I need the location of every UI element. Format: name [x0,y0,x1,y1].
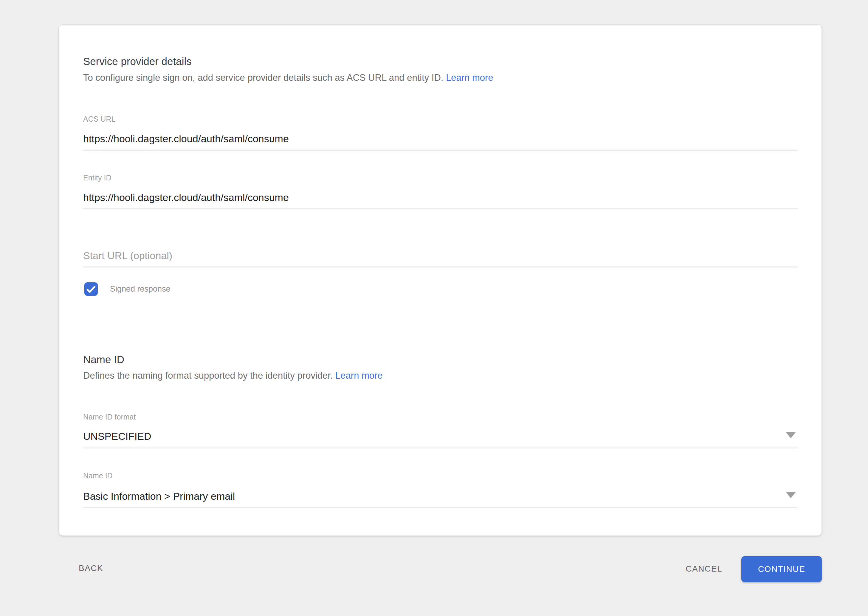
name-id-format-value: UNSPECIFIED [83,431,151,442]
signed-response-row: Signed response [84,282,171,296]
service-provider-description-text: To configure single sign on, add service… [83,72,444,83]
name-id-section-description: Defines the naming format supported by t… [83,369,383,382]
acs-url-label: ACS URL [83,115,115,123]
signed-response-checkbox[interactable] [84,282,98,296]
name-id-description-text: Defines the naming format supported by t… [83,370,333,381]
acs-url-input[interactable] [83,132,797,151]
back-button[interactable]: BACK [79,563,103,574]
service-provider-details-title: Service provider details [83,55,191,68]
chevron-down-icon [786,492,796,498]
name-id-value: Basic Information > Primary email [83,490,235,502]
page-background: Service provider details To configure si… [0,0,868,616]
name-id-format-select[interactable]: UNSPECIFIED [83,430,797,448]
name-id-label: Name ID [83,471,113,480]
entity-id-label: Entity ID [83,173,111,182]
signed-response-label: Signed response [110,284,171,294]
name-id-learn-more-link[interactable]: Learn more [335,370,383,381]
entity-id-input[interactable] [83,191,797,209]
chevron-down-icon [786,432,796,438]
cancel-button[interactable]: CANCEL [686,564,722,574]
name-id-format-label: Name ID format [83,412,136,421]
name-id-select[interactable]: Basic Information > Primary email [83,490,797,508]
checkmark-icon [86,285,96,293]
service-provider-learn-more-link[interactable]: Learn more [446,72,493,83]
sso-config-card: Service provider details To configure si… [59,24,822,536]
name-id-section-title: Name ID [83,353,124,366]
start-url-input[interactable] [83,249,797,267]
service-provider-description: To configure single sign on, add service… [83,72,493,84]
continue-button[interactable]: CONTINUE [741,556,822,582]
